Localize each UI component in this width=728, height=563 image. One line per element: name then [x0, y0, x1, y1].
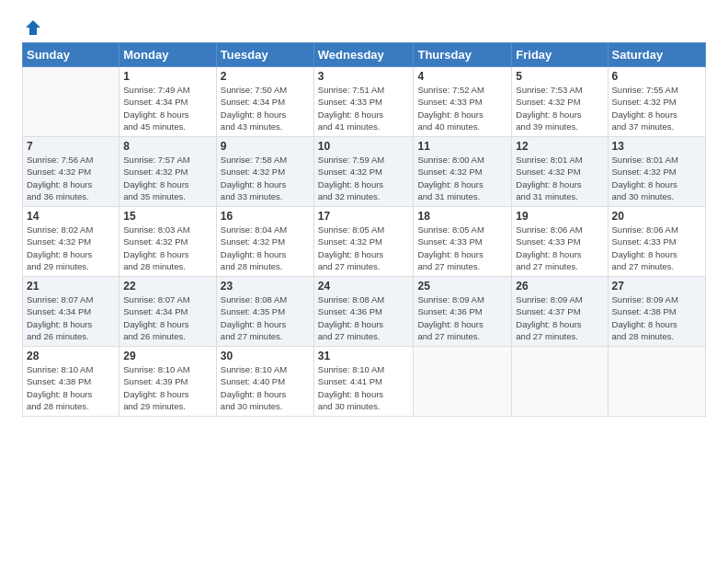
day-number: 25 — [417, 280, 507, 293]
day-number: 28 — [27, 350, 115, 362]
day-detail: Sunrise: 7:49 AMSunset: 4:34 PMDaylight:… — [123, 84, 212, 132]
day-detail: Sunrise: 8:00 AMSunset: 4:32 PMDaylight:… — [417, 154, 507, 202]
table-row: 3Sunrise: 7:51 AMSunset: 4:33 PMDaylight… — [313, 67, 414, 137]
day-number: 8 — [123, 140, 212, 153]
day-number: 19 — [516, 210, 603, 223]
table-row: 16Sunrise: 8:04 AMSunset: 4:32 PMDayligh… — [216, 207, 313, 277]
calendar: Sunday Monday Tuesday Wednesday Thursday… — [22, 42, 706, 417]
day-number: 15 — [123, 210, 212, 223]
table-row: 20Sunrise: 8:06 AMSunset: 4:33 PMDayligh… — [608, 207, 705, 277]
table-row: 6Sunrise: 7:55 AMSunset: 4:32 PMDaylight… — [608, 67, 705, 137]
day-detail: Sunrise: 7:53 AMSunset: 4:32 PMDaylight:… — [516, 84, 603, 132]
table-row: 9Sunrise: 7:58 AMSunset: 4:32 PMDaylight… — [216, 137, 313, 207]
table-row: 24Sunrise: 8:08 AMSunset: 4:36 PMDayligh… — [313, 277, 414, 347]
day-detail: Sunrise: 7:59 AMSunset: 4:32 PMDaylight:… — [318, 154, 410, 202]
table-row: 29Sunrise: 8:10 AMSunset: 4:39 PMDayligh… — [119, 347, 217, 417]
day-detail: Sunrise: 8:08 AMSunset: 4:35 PMDaylight:… — [221, 293, 310, 342]
calendar-week-row: 14Sunrise: 8:02 AMSunset: 4:32 PMDayligh… — [23, 207, 706, 277]
table-row: 31Sunrise: 8:10 AMSunset: 4:41 PMDayligh… — [313, 347, 414, 417]
calendar-week-row: 21Sunrise: 8:07 AMSunset: 4:34 PMDayligh… — [23, 277, 706, 347]
table-row: 23Sunrise: 8:08 AMSunset: 4:35 PMDayligh… — [216, 277, 313, 347]
logo-icon — [24, 18, 42, 37]
table-row: 15Sunrise: 8:03 AMSunset: 4:32 PMDayligh… — [119, 207, 217, 277]
col-thursday: Thursday — [414, 43, 512, 67]
table-row: 22Sunrise: 8:07 AMSunset: 4:34 PMDayligh… — [119, 277, 217, 347]
day-detail: Sunrise: 8:09 AMSunset: 4:38 PMDaylight:… — [612, 293, 701, 342]
day-number: 30 — [221, 350, 310, 362]
col-monday: Monday — [119, 43, 217, 67]
day-number: 3 — [318, 70, 410, 83]
table-row: 12Sunrise: 8:01 AMSunset: 4:32 PMDayligh… — [512, 137, 608, 207]
day-detail: Sunrise: 7:52 AMSunset: 4:33 PMDaylight:… — [417, 84, 507, 132]
day-detail: Sunrise: 8:06 AMSunset: 4:33 PMDaylight:… — [612, 224, 701, 272]
day-number: 26 — [516, 280, 603, 293]
day-detail: Sunrise: 7:58 AMSunset: 4:32 PMDaylight:… — [221, 154, 310, 202]
table-row: 5Sunrise: 7:53 AMSunset: 4:32 PMDaylight… — [512, 67, 608, 137]
table-row: 10Sunrise: 7:59 AMSunset: 4:32 PMDayligh… — [313, 137, 414, 207]
table-row — [414, 347, 512, 417]
day-number: 31 — [318, 350, 410, 362]
day-number: 21 — [27, 280, 115, 293]
day-detail: Sunrise: 8:10 AMSunset: 4:38 PMDaylight:… — [27, 363, 115, 412]
day-number: 24 — [318, 280, 410, 293]
day-number: 1 — [123, 70, 212, 83]
day-number: 11 — [417, 140, 507, 153]
day-number: 13 — [612, 140, 701, 153]
day-number: 29 — [123, 350, 212, 362]
calendar-week-row: 7Sunrise: 7:56 AMSunset: 4:32 PMDaylight… — [23, 137, 706, 207]
table-row: 27Sunrise: 8:09 AMSunset: 4:38 PMDayligh… — [608, 277, 705, 347]
table-row: 30Sunrise: 8:10 AMSunset: 4:40 PMDayligh… — [216, 347, 313, 417]
table-row — [23, 67, 119, 137]
day-number: 23 — [221, 280, 310, 293]
calendar-week-row: 28Sunrise: 8:10 AMSunset: 4:38 PMDayligh… — [23, 347, 706, 417]
day-number: 9 — [221, 140, 310, 153]
day-number: 7 — [27, 140, 115, 153]
day-detail: Sunrise: 8:01 AMSunset: 4:32 PMDaylight:… — [612, 154, 701, 202]
col-saturday: Saturday — [608, 43, 705, 67]
table-row: 19Sunrise: 8:06 AMSunset: 4:33 PMDayligh… — [512, 207, 608, 277]
day-number: 27 — [612, 280, 701, 293]
day-number: 4 — [417, 70, 507, 83]
day-detail: Sunrise: 8:07 AMSunset: 4:34 PMDaylight:… — [123, 293, 212, 342]
day-number: 16 — [221, 210, 310, 223]
table-row: 14Sunrise: 8:02 AMSunset: 4:32 PMDayligh… — [23, 207, 119, 277]
logo — [22, 18, 44, 33]
day-detail: Sunrise: 8:03 AMSunset: 4:32 PMDaylight:… — [123, 224, 212, 272]
day-detail: Sunrise: 7:50 AMSunset: 4:34 PMDaylight:… — [221, 84, 310, 132]
day-number: 18 — [417, 210, 507, 223]
col-tuesday: Tuesday — [216, 43, 313, 67]
day-detail: Sunrise: 8:01 AMSunset: 4:32 PMDaylight:… — [516, 154, 603, 202]
col-wednesday: Wednesday — [313, 43, 414, 67]
day-detail: Sunrise: 8:10 AMSunset: 4:41 PMDaylight:… — [318, 363, 410, 412]
table-row: 4Sunrise: 7:52 AMSunset: 4:33 PMDaylight… — [414, 67, 512, 137]
table-row: 21Sunrise: 8:07 AMSunset: 4:34 PMDayligh… — [23, 277, 119, 347]
calendar-header-row: Sunday Monday Tuesday Wednesday Thursday… — [23, 43, 706, 67]
col-sunday: Sunday — [23, 43, 119, 67]
day-number: 20 — [612, 210, 701, 223]
day-detail: Sunrise: 8:05 AMSunset: 4:33 PMDaylight:… — [417, 224, 507, 272]
day-number: 6 — [612, 70, 701, 83]
table-row: 28Sunrise: 8:10 AMSunset: 4:38 PMDayligh… — [23, 347, 119, 417]
day-number: 17 — [318, 210, 410, 223]
table-row: 7Sunrise: 7:56 AMSunset: 4:32 PMDaylight… — [23, 137, 119, 207]
table-row: 8Sunrise: 7:57 AMSunset: 4:32 PMDaylight… — [119, 137, 217, 207]
day-detail: Sunrise: 8:08 AMSunset: 4:36 PMDaylight:… — [318, 293, 410, 342]
table-row: 18Sunrise: 8:05 AMSunset: 4:33 PMDayligh… — [414, 207, 512, 277]
table-row — [608, 347, 705, 417]
day-number: 5 — [516, 70, 603, 83]
day-detail: Sunrise: 8:04 AMSunset: 4:32 PMDaylight:… — [221, 224, 310, 272]
calendar-week-row: 1Sunrise: 7:49 AMSunset: 4:34 PMDaylight… — [23, 67, 706, 137]
day-number: 10 — [318, 140, 410, 153]
day-detail: Sunrise: 8:05 AMSunset: 4:32 PMDaylight:… — [318, 224, 410, 272]
col-friday: Friday — [512, 43, 608, 67]
table-row: 2Sunrise: 7:50 AMSunset: 4:34 PMDaylight… — [216, 67, 313, 137]
day-detail: Sunrise: 7:55 AMSunset: 4:32 PMDaylight:… — [612, 84, 701, 132]
table-row: 25Sunrise: 8:09 AMSunset: 4:36 PMDayligh… — [414, 277, 512, 347]
table-row: 11Sunrise: 8:00 AMSunset: 4:32 PMDayligh… — [414, 137, 512, 207]
day-number: 12 — [516, 140, 603, 153]
day-detail: Sunrise: 8:09 AMSunset: 4:36 PMDaylight:… — [417, 293, 507, 342]
table-row: 26Sunrise: 8:09 AMSunset: 4:37 PMDayligh… — [512, 277, 608, 347]
page: Sunday Monday Tuesday Wednesday Thursday… — [0, 0, 728, 563]
day-detail: Sunrise: 8:07 AMSunset: 4:34 PMDaylight:… — [27, 293, 115, 342]
day-detail: Sunrise: 8:09 AMSunset: 4:37 PMDaylight:… — [516, 293, 603, 342]
